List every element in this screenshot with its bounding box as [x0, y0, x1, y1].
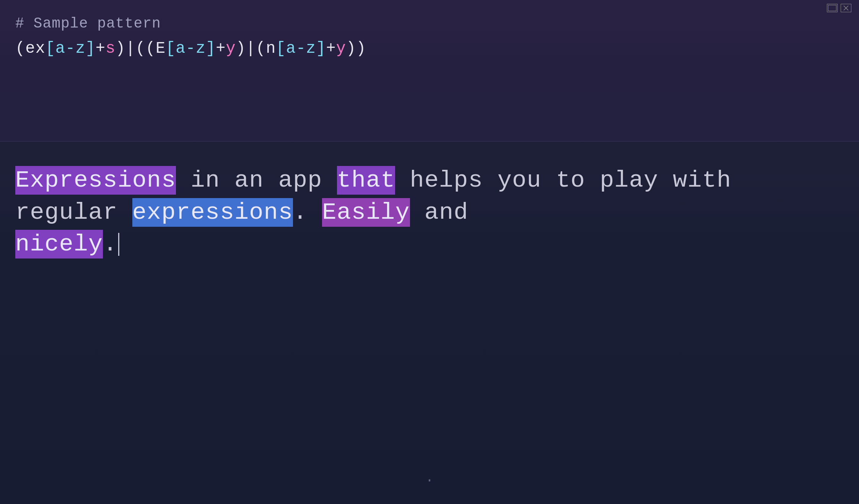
pattern-y2: y — [336, 39, 346, 58]
pattern-E: E — [156, 39, 166, 58]
pattern-plus-1: + — [96, 39, 106, 58]
highlight-expressions-2: expressions — [132, 198, 293, 227]
comment-line: # Sample pattern — [15, 15, 844, 32]
pattern-plus-2: + — [216, 39, 226, 58]
text-in-an-app: in an app — [176, 167, 337, 194]
pattern-charclass-1: [a-z] — [46, 39, 96, 58]
pattern-pipe-1: )|(( — [116, 39, 156, 58]
pattern-n: n — [266, 39, 276, 58]
pattern-pipe-2: )|( — [236, 39, 266, 58]
pattern-s: s — [106, 39, 116, 58]
window-controls[interactable] — [827, 4, 851, 12]
pattern-y1: y — [226, 39, 236, 58]
highlight-easily: Easily — [322, 198, 410, 227]
text-cursor — [118, 233, 119, 256]
pattern-line: (ex[a-z]+s)|((E[a-z]+y)|(n[a-z]+y)) — [15, 39, 844, 58]
close-button[interactable] — [841, 4, 851, 12]
highlight-that: that — [337, 166, 395, 195]
pattern-paren-close: )) — [346, 39, 366, 58]
maximize-button[interactable] — [827, 4, 838, 12]
text-period-2: . — [103, 231, 117, 258]
text-content: Expressions in an app that helps you to … — [15, 164, 844, 260]
pattern-charclass-3: [a-z] — [276, 39, 326, 58]
pattern-editor: # Sample pattern (ex[a-z]+s)|((E[a-z]+y)… — [0, 0, 859, 141]
highlight-nicely: nicely — [15, 230, 103, 259]
text-period-1: . — [293, 199, 322, 226]
text-and: and — [410, 199, 469, 226]
pattern-ex: ex — [25, 39, 45, 58]
pattern-charclass-2: [a-z] — [166, 39, 216, 58]
test-text-area[interactable]: Expressions in an app that helps you to … — [0, 141, 859, 504]
dot-indicator: · — [425, 473, 434, 489]
pattern-paren-open: ( — [15, 39, 25, 58]
pattern-plus-3: + — [326, 39, 336, 58]
highlight-expressions: Expressions — [15, 166, 176, 195]
